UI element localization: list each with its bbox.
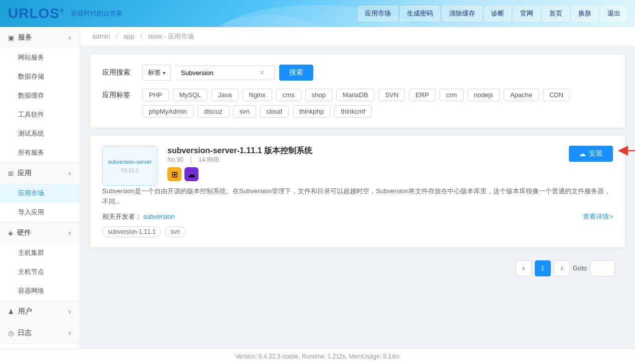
app-tag-discuz[interactable]: discuz (197, 105, 229, 118)
app-tag-PHP[interactable]: PHP (142, 89, 169, 101)
search-card: 应用搜索 标签 ▾ ✕ 搜索 应用标签 (90, 55, 625, 128)
app-tag-MySQL[interactable]: MySQL (173, 89, 207, 101)
app-description: Subversion是一个自由开源的版本控制系统。在Subversion管理下，… (102, 186, 613, 207)
sidebar-item-数据存储[interactable]: 数据存储 (0, 67, 80, 86)
section-label-应用: 应用 (18, 169, 68, 178)
sidebar-section-header-服务[interactable]: ▣服务∧ (0, 27, 80, 48)
sidebar-item-所有服务[interactable]: 所有服务 (0, 143, 80, 162)
clear-icon[interactable]: ✕ (259, 69, 265, 77)
footer-text: Version: 0.4.32.3-stable, Runtime: 1.212… (235, 353, 399, 360)
app-tag-SVN[interactable]: SVN (378, 89, 405, 101)
app-right: ☁ 安装 (569, 146, 613, 162)
app-info: subversion-server-1.11.1 版本控制系统 No.90 │ … (167, 146, 312, 186)
app-tag-ERP[interactable]: ERP (409, 89, 436, 101)
app-tag-MariaDB[interactable]: MariaDB (336, 89, 375, 101)
tag-select[interactable]: 标签 ▾ (142, 65, 171, 81)
app-tag-Apache[interactable]: Apache (504, 89, 539, 101)
developer-link[interactable]: subversion (143, 213, 175, 220)
app-tag-svn[interactable]: svn (233, 105, 256, 118)
app-size: 14.8MB (198, 156, 219, 163)
sidebar: ▣服务∧网站服务数据存储数据缓存工具软件测试系统所有服务⊞应用∧应用市场导入应用… (0, 27, 80, 348)
pagination-goto-label: Goto (573, 264, 587, 272)
pagination-goto-input[interactable] (590, 260, 615, 276)
content-inner: 应用搜索 标签 ▾ ✕ 搜索 应用标签 (80, 47, 635, 292)
footer: Version: 0.4.32.3-stable, Runtime: 1.212… (0, 348, 635, 364)
header-nav-btn-app-market[interactable]: 应用市场 (358, 6, 397, 21)
app-tag-CDN[interactable]: CDN (543, 89, 570, 101)
app-tag-cloud[interactable]: cloud (260, 105, 289, 118)
breadcrumb: admin / app / store - 应用市场 (80, 27, 635, 47)
view-detail-link[interactable]: 查看详情> (583, 212, 613, 221)
result-tag-svn[interactable]: svn (165, 226, 185, 237)
app-tag-nodejs[interactable]: nodejs (468, 89, 500, 101)
header: URLOS® 容器时代的云管家 应用市场生成密码清除缓存诊断官网首页换肤退出 (0, 0, 635, 27)
developer-label: 相关开发者： (102, 213, 141, 220)
breadcrumb-part-2: store - 应用市场 (148, 33, 194, 40)
app-tag-crm[interactable]: crm (440, 89, 464, 101)
sidebar-section-header-用户[interactable]: ♟用户∨ (0, 301, 80, 322)
pagination-prev[interactable]: ‹ (516, 260, 532, 276)
breadcrumb-part-1[interactable]: app (123, 33, 134, 40)
breadcrumb-part-0[interactable]: admin (92, 33, 110, 40)
breadcrumb-sep-0: / (114, 33, 119, 40)
sidebar-item-数据缓存[interactable]: 数据缓存 (0, 86, 80, 105)
sidebar-item-应用市场[interactable]: 应用市场 (0, 184, 80, 203)
app-tag-thinkphp[interactable]: thinkphp (293, 105, 330, 118)
sidebar-item-主机节点[interactable]: 主机节点 (0, 262, 80, 281)
search-row: 应用搜索 标签 ▾ ✕ 搜索 (102, 65, 613, 81)
header-nav: 应用市场生成密码清除缓存诊断官网首页换肤退出 (358, 6, 627, 21)
app-meta: No.90 │ 14.8MB (167, 156, 312, 163)
result-tag-subversion-1.11.1[interactable]: subversion-1.11.1 (102, 226, 161, 237)
app-logo-version: V1.11.1 (121, 168, 138, 173)
section-label-硬件: 硬件 (17, 228, 68, 237)
sidebar-section-header-硬件[interactable]: ◈硬件∧ (0, 222, 80, 243)
app-logo-name: subversion-server (108, 158, 151, 166)
sidebar-item-主机集群[interactable]: 主机集群 (0, 243, 80, 262)
tags-label: 应用标签 (102, 89, 142, 100)
app-tag-thinkcmf[interactable]: thinkcmf (334, 105, 371, 118)
icon-badge-yellow: ⊞ (167, 167, 181, 181)
install-label: 安装 (589, 149, 603, 158)
chevron-down-icon: ▾ (163, 70, 165, 76)
sidebar-item-工具软件[interactable]: 工具软件 (0, 105, 80, 124)
sidebar-item-容器网络[interactable]: 容器网络 (0, 281, 80, 300)
app-tag-cms[interactable]: cms (276, 89, 301, 101)
tags-container: PHPMySQLJavaNginxcmsshopMariaDBSVNERPcrm… (142, 89, 613, 118)
tags-row: 应用标签 PHPMySQLJavaNginxcmsshopMariaDBSVNE… (102, 89, 613, 118)
app-tag-Nginx[interactable]: Nginx (243, 89, 272, 101)
header-nav-btn-diagnose[interactable]: 诊断 (485, 6, 511, 21)
app-tag-list: subversion-1.11.1svn (102, 226, 613, 237)
header-nav-btn-home[interactable]: 首页 (543, 6, 569, 21)
pagination-next[interactable]: › (554, 260, 570, 276)
section-label-用户: 用户 (18, 307, 68, 316)
header-nav-btn-clear-cache[interactable]: 清除缓存 (443, 6, 482, 21)
search-label: 应用搜索 (102, 68, 142, 77)
tag-select-label: 标签 (148, 68, 161, 77)
app-tag-shop[interactable]: shop (305, 89, 332, 101)
sidebar-section-硬件: ◈硬件∧主机集群主机节点容器网络 (0, 222, 80, 301)
sidebar-section-header-日志[interactable]: ◷日志∨ (0, 322, 80, 343)
app-developer: 相关开发者： subversion (102, 212, 175, 221)
header-nav-btn-official[interactable]: 官网 (514, 6, 540, 21)
app-tag-phpMyAdmin[interactable]: phpMyAdmin (142, 105, 193, 118)
main-layout: ▣服务∧网站服务数据存储数据缓存工具软件测试系统所有服务⊞应用∧应用市场导入应用… (0, 27, 635, 348)
sidebar-item-网站服务[interactable]: 网站服务 (0, 48, 80, 67)
app-left: subversion-server V1.11.1 subversion-ser… (102, 146, 312, 186)
search-button[interactable]: 搜索 (279, 65, 313, 81)
section-icon-用户: ♟ (8, 308, 14, 315)
app-title: subversion-server-1.11.1 版本控制系统 (167, 146, 312, 156)
search-input[interactable] (179, 66, 259, 80)
section-icon-服务: ▣ (8, 34, 14, 42)
app-tag-Java[interactable]: Java (211, 89, 238, 101)
header-nav-btn-gen-password[interactable]: 生成密码 (400, 6, 440, 21)
header-nav-btn-skin[interactable]: 换肤 (572, 6, 598, 21)
header-nav-btn-logout[interactable]: 退出 (601, 6, 627, 21)
logo: URLOS® 容器时代的云管家 (8, 6, 123, 22)
sidebar-item-导入应用[interactable]: 导入应用 (0, 203, 80, 222)
sidebar-section-header-应用[interactable]: ⊞应用∧ (0, 163, 80, 184)
sidebar-section-应用: ⊞应用∧应用市场导入应用 (0, 163, 80, 222)
install-button[interactable]: ☁ 安装 (569, 146, 613, 162)
chevron-icon-应用: ∧ (68, 170, 72, 177)
sidebar-item-测试系统[interactable]: 测试系统 (0, 124, 80, 143)
pagination-page-1[interactable]: 1 (535, 260, 551, 276)
